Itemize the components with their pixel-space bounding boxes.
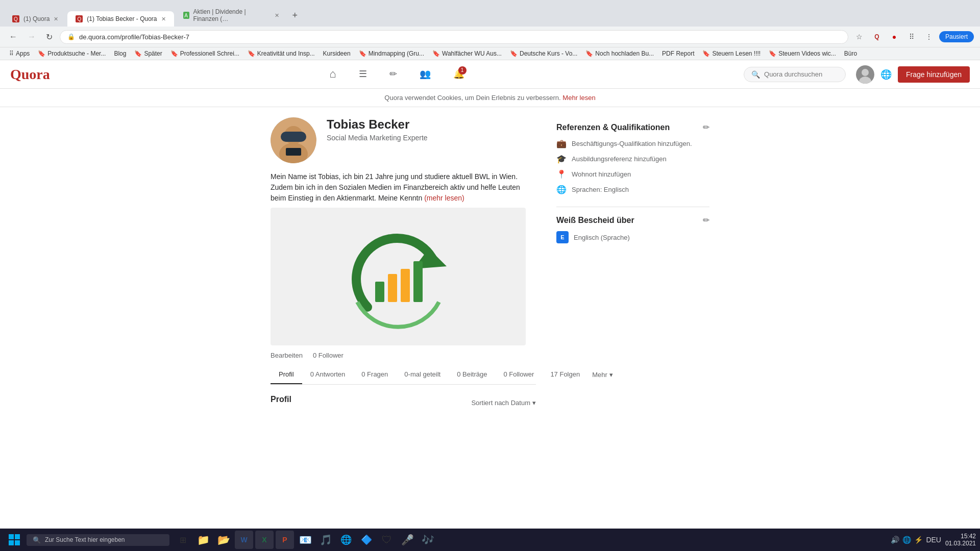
- bookmark-3-label: Später: [144, 50, 162, 57]
- bookmark-9[interactable]: 🔖Deutsche Kurs - Vo...: [507, 49, 580, 58]
- quora-nav: ⌂ ☰ ✏ 👥 🔔 1: [60, 63, 733, 86]
- bookmark-14[interactable]: Büro: [841, 49, 860, 58]
- forward-button[interactable]: →: [24, 30, 39, 43]
- bookmark-apps[interactable]: ⠿Apps: [6, 49, 33, 58]
- word-app[interactable]: W: [235, 531, 253, 549]
- more-link[interactable]: (mehr lesen): [424, 194, 464, 202]
- file-explorer-app[interactable]: 📁: [194, 531, 212, 549]
- bookmark-4[interactable]: 🔖Professionell Schrei...: [167, 49, 242, 58]
- ref-item-4: 🌐 Sprachen: Englisch: [556, 184, 709, 194]
- bookmark-11-label: PDF Report: [662, 50, 694, 57]
- quora-search[interactable]: 🔍: [744, 67, 846, 82]
- network-icon[interactable]: 🌐: [902, 536, 911, 544]
- tab-1-close[interactable]: ✕: [54, 16, 58, 22]
- tab-antworten[interactable]: 0 Antworten: [302, 365, 354, 384]
- cookie-banner: Quora verwendet Cookies, um Dein Erlebni…: [0, 89, 980, 107]
- bookmark-11[interactable]: PDF Report: [659, 49, 697, 58]
- edit-link[interactable]: Bearbeiten: [271, 352, 303, 359]
- bookmark-2[interactable]: Blog: [111, 49, 129, 58]
- tab-3-close[interactable]: ✕: [275, 12, 279, 19]
- nav-spaces[interactable]: 👥: [409, 64, 441, 85]
- ref-item-2[interactable]: 🎓 Ausbildungsreferenz hinzufügen: [556, 154, 709, 164]
- tab-geteilt[interactable]: 0-mal geteilt: [396, 365, 449, 384]
- app-9[interactable]: 🛡: [378, 531, 396, 549]
- ref-item-1[interactable]: 💼 Beschäftigungs-Qualifikation hinzufüge…: [556, 138, 709, 148]
- quora-right: 🌐 Frage hinzufügen: [856, 65, 970, 84]
- reload-button[interactable]: ↻: [43, 30, 56, 44]
- task-view-button[interactable]: ⊞: [174, 531, 192, 549]
- svg-rect-16: [15, 540, 20, 545]
- tab-1[interactable]: Q (1) Quora ✕: [4, 11, 66, 27]
- new-tab-button[interactable]: +: [288, 8, 302, 23]
- nav-home[interactable]: ⌂: [319, 63, 346, 86]
- music-app[interactable]: 🎵: [316, 531, 335, 549]
- app-11[interactable]: 🎶: [419, 531, 437, 549]
- nav-create[interactable]: ✏: [379, 64, 407, 85]
- svg-rect-5: [281, 132, 306, 142]
- svg-rect-7: [286, 148, 301, 156]
- tab-fragen[interactable]: 0 Fragen: [353, 365, 396, 384]
- taskbar-search-icon: 🔍: [33, 536, 41, 544]
- sort-button[interactable]: Sortiert nach Datum ▾: [471, 399, 536, 407]
- battery-icon[interactable]: ⚡: [914, 536, 923, 544]
- profile-title: Social Media Marketing Experte: [327, 134, 536, 142]
- tab-follower[interactable]: 0 Follower: [495, 365, 542, 384]
- bookmark-5[interactable]: 🔖Kreativität und Insp...: [244, 49, 318, 58]
- references-section: Referenzen & Qualifikationen ✏ 💼 Beschäf…: [556, 122, 709, 194]
- taskbar-clock[interactable]: 15:42 01.03.2021: [945, 533, 976, 547]
- start-button[interactable]: [4, 530, 24, 550]
- profile-bio: Mein Name ist Tobias, ich bin 21 Jahre j…: [271, 171, 536, 204]
- quora-ext-icon[interactable]: Q: [870, 30, 884, 44]
- tab-3[interactable]: A Aktien | Dividende | Finanzen (… ✕: [175, 4, 287, 27]
- edge-app[interactable]: 🔷: [357, 531, 376, 549]
- bookmark-12[interactable]: 🔖Steuern Lesen !!!!: [699, 49, 764, 58]
- ext-red-icon[interactable]: ●: [887, 30, 901, 44]
- quora-logo[interactable]: Quora: [10, 66, 50, 83]
- browser-profile-button[interactable]: Pausiert: [939, 31, 974, 42]
- ref-item-1-text: Beschäftigungs-Qualifikation hinzufügen.: [572, 140, 692, 147]
- bookmark-8[interactable]: 🔖Wahlfächer WU Aus...: [429, 49, 505, 58]
- bookmark-13[interactable]: 🔖Steuern Videos wic...: [766, 49, 839, 58]
- nav-feed[interactable]: ☰: [349, 64, 377, 85]
- tab-profil[interactable]: Profil: [271, 365, 302, 384]
- sort-row: Profil Sortiert nach Datum ▾: [271, 395, 536, 410]
- powerpoint-app[interactable]: P: [276, 531, 294, 549]
- sort-chevron-icon: ▾: [532, 399, 536, 407]
- language-globe-icon[interactable]: 🌐: [880, 69, 892, 80]
- search-input[interactable]: [764, 70, 830, 78]
- volume-icon[interactable]: 🔊: [891, 536, 899, 544]
- bookmark-3[interactable]: 🔖Später: [131, 49, 165, 58]
- knows-item-1[interactable]: E Englisch (Sprache): [556, 231, 709, 243]
- excel-app[interactable]: X: [255, 531, 274, 549]
- cookie-more-link[interactable]: Mehr lesen: [562, 94, 595, 102]
- settings-icon[interactable]: ⋮: [922, 30, 936, 44]
- tab-beitraege[interactable]: 0 Beiträge: [449, 365, 495, 384]
- bookmark-7[interactable]: 🔖Mindmapping (Gru...: [356, 49, 427, 58]
- chrome-app[interactable]: 🌐: [337, 531, 355, 549]
- references-edit-icon[interactable]: ✏: [703, 122, 709, 132]
- bookmark-6[interactable]: Kursideen: [320, 49, 354, 58]
- app-10[interactable]: 🎤: [398, 531, 416, 549]
- tab-2[interactable]: Q (1) Tobias Becker - Quora ✕: [67, 11, 174, 27]
- bookmark-star-icon[interactable]: ☆: [852, 30, 867, 44]
- knows-edit-icon[interactable]: ✏: [703, 215, 709, 225]
- file-manager-app[interactable]: 📂: [214, 531, 233, 549]
- ask-question-button[interactable]: Frage hinzufügen: [898, 66, 970, 83]
- bookmark-12-label: Steuern Lesen !!!!: [712, 50, 761, 57]
- taskbar-search[interactable]: 🔍 Zur Suche Text hier eingeben: [27, 534, 169, 546]
- bookmark-1-label: Produktsuche - Mer...: [47, 50, 106, 57]
- address-bar[interactable]: 🔒 de.quora.com/profile/Tobias-Becker-7: [60, 30, 848, 44]
- extensions-icon[interactable]: ⠿: [904, 30, 919, 44]
- windows-logo-icon: [8, 534, 20, 546]
- nav-notifications[interactable]: 🔔 1: [443, 64, 475, 85]
- user-avatar[interactable]: [856, 65, 874, 84]
- bookmark-10[interactable]: 🔖Noch hochladen Bu...: [582, 49, 657, 58]
- mail-app[interactable]: 📧: [296, 531, 314, 549]
- back-button[interactable]: ←: [6, 30, 20, 43]
- profile-avatar[interactable]: [271, 117, 316, 163]
- ref-item-3[interactable]: 📍 Wohnort hinzufügen: [556, 169, 709, 179]
- english-icon: E: [556, 231, 569, 243]
- bookmark-1[interactable]: 🔖Produktsuche - Mer...: [35, 49, 109, 58]
- location-icon: 📍: [556, 169, 567, 179]
- tab-2-close[interactable]: ✕: [161, 16, 166, 22]
